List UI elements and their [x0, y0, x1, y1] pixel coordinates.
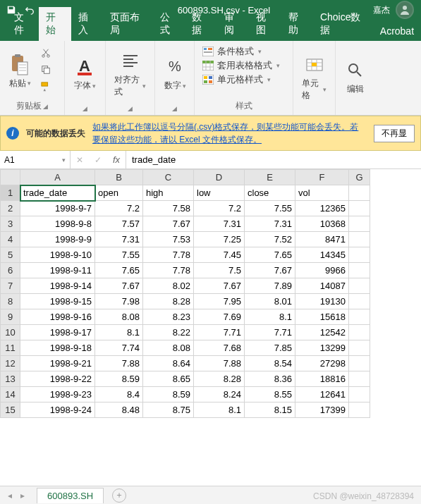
select-all-corner[interactable] — [1, 170, 20, 185]
font-button[interactable]: A 字体 ▾ — [69, 44, 100, 104]
name-box-input[interactable] — [4, 155, 47, 165]
cell[interactable]: 7.71 — [194, 325, 245, 340]
cell[interactable]: 8.64 — [143, 356, 194, 371]
column-header[interactable]: A — [20, 170, 95, 185]
ribbon-tab-7[interactable]: 视图 — [249, 7, 281, 41]
cell[interactable]: 8.1 — [194, 402, 245, 418]
row-header[interactable]: 4 — [1, 232, 20, 247]
cell[interactable]: 15618 — [295, 309, 349, 325]
cell[interactable] — [349, 340, 370, 356]
cell[interactable]: 7.89 — [245, 278, 295, 294]
cell[interactable]: 1998-9-16 — [20, 309, 95, 325]
column-header[interactable]: B — [95, 170, 143, 185]
cell[interactable]: 8.36 — [245, 371, 295, 387]
ribbon-tab-8[interactable]: 帮助 — [281, 7, 313, 41]
cell[interactable]: 7.65 — [245, 247, 295, 263]
cell[interactable]: 7.74 — [95, 340, 143, 356]
cells-button[interactable]: 单元格 ▾ — [298, 44, 331, 111]
column-header[interactable]: C — [143, 170, 194, 185]
cell[interactable]: 8.59 — [143, 387, 194, 402]
cell[interactable] — [349, 185, 370, 201]
cell[interactable]: 7.45 — [194, 247, 245, 263]
table-format-button[interactable]: 套用表格格式▾ — [202, 59, 286, 72]
cell[interactable]: 7.65 — [95, 263, 143, 278]
cell[interactable]: 7.55 — [245, 201, 295, 216]
cell[interactable]: 19130 — [295, 294, 349, 309]
ribbon-tab-0[interactable]: 文件 — [7, 7, 39, 41]
cell[interactable]: 18816 — [295, 371, 349, 387]
cell[interactable]: 8.48 — [95, 402, 143, 418]
cell[interactable]: 1998-9-23 — [20, 387, 95, 402]
cell[interactable]: 7.2 — [194, 201, 245, 216]
column-header[interactable]: E — [245, 170, 295, 185]
cell[interactable]: 8.75 — [143, 402, 194, 418]
paste-button[interactable]: 粘贴 ▾ — [4, 44, 35, 99]
cell[interactable]: 7.52 — [245, 232, 295, 247]
cell[interactable] — [349, 247, 370, 263]
cell[interactable]: vol — [295, 185, 349, 201]
cell[interactable]: 8.28 — [143, 294, 194, 309]
formula-input[interactable] — [132, 154, 415, 165]
cell[interactable]: 1998-9-7 — [20, 201, 95, 216]
row-header[interactable]: 12 — [1, 356, 20, 371]
warning-dismiss-button[interactable]: 不再显 — [374, 125, 415, 142]
cell[interactable]: 8.28 — [194, 371, 245, 387]
cell[interactable]: 13299 — [295, 340, 349, 356]
row-header[interactable]: 2 — [1, 201, 20, 216]
cell[interactable]: 7.31 — [95, 232, 143, 247]
cell[interactable]: open — [95, 185, 143, 201]
cell[interactable]: 8.24 — [194, 387, 245, 402]
cell[interactable]: 8.59 — [95, 371, 143, 387]
cell[interactable]: 7.67 — [194, 278, 245, 294]
copy-icon[interactable] — [38, 62, 54, 78]
cell[interactable]: 1998-9-18 — [20, 340, 95, 356]
cell[interactable]: 17399 — [295, 402, 349, 418]
row-header[interactable]: 1 — [1, 185, 20, 201]
align-launcher-icon[interactable]: ◢ — [128, 105, 133, 112]
cell[interactable]: 1998-9-21 — [20, 356, 95, 371]
cell[interactable]: 7.5 — [194, 263, 245, 278]
cell[interactable]: 8.15 — [245, 402, 295, 418]
cell[interactable] — [349, 309, 370, 325]
cell[interactable]: 1998-9-15 — [20, 294, 95, 309]
cell[interactable]: 1998-9-9 — [20, 232, 95, 247]
cell[interactable] — [349, 263, 370, 278]
cell[interactable]: 7.25 — [194, 232, 245, 247]
font-launcher-icon[interactable]: ◢ — [83, 105, 87, 112]
cell[interactable]: high — [143, 185, 194, 201]
column-header[interactable]: G — [349, 170, 370, 185]
cell[interactable]: 1998-9-22 — [20, 371, 95, 387]
cell[interactable]: 1998-9-17 — [20, 325, 95, 340]
cell[interactable]: 14087 — [295, 278, 349, 294]
cell[interactable] — [349, 216, 370, 232]
cell[interactable]: 10368 — [295, 216, 349, 232]
cell[interactable]: 8.01 — [245, 294, 295, 309]
ribbon-tab-6[interactable]: 审阅 — [217, 7, 249, 41]
row-header[interactable]: 14 — [1, 387, 20, 402]
number-launcher-icon[interactable]: ◢ — [172, 105, 177, 112]
formula-cancel-icon[interactable]: ✕ — [71, 151, 89, 168]
cell[interactable]: low — [194, 185, 245, 201]
row-header[interactable]: 15 — [1, 402, 20, 418]
row-header[interactable]: 6 — [1, 263, 20, 278]
cell[interactable]: close — [245, 185, 295, 201]
cell[interactable] — [349, 278, 370, 294]
row-header[interactable]: 3 — [1, 216, 20, 232]
sheet-tab[interactable]: 600893.SH — [37, 488, 104, 503]
cell[interactable] — [349, 356, 370, 371]
row-header[interactable]: 10 — [1, 325, 20, 340]
cell[interactable]: 8.08 — [95, 309, 143, 325]
column-header[interactable]: D — [194, 170, 245, 185]
cell[interactable] — [349, 371, 370, 387]
cell[interactable]: 1998-9-14 — [20, 278, 95, 294]
editing-button[interactable]: 编辑 — [340, 44, 371, 111]
cell[interactable] — [349, 387, 370, 402]
spreadsheet-grid[interactable]: ABCDEFG1trade_dateopenhighlowclosevol219… — [0, 169, 421, 418]
cut-icon[interactable] — [38, 45, 54, 61]
cell[interactable]: 8.23 — [143, 309, 194, 325]
name-box-dropdown-icon[interactable]: ▾ — [62, 156, 66, 164]
ribbon-tab-5[interactable]: 数据 — [185, 7, 216, 41]
cell[interactable]: 7.95 — [194, 294, 245, 309]
cell[interactable]: 7.71 — [245, 325, 295, 340]
sheet-nav-prev-icon[interactable]: ◂ — [4, 491, 16, 500]
